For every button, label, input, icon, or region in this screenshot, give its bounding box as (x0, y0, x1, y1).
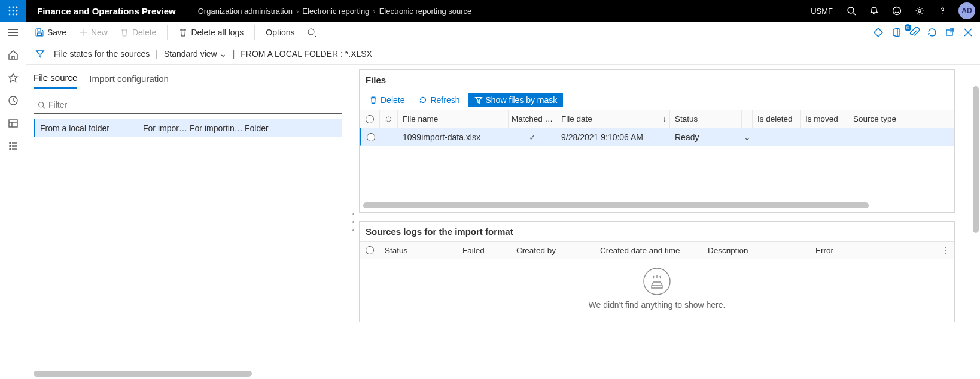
avatar[interactable]: AD (958, 2, 975, 19)
recent-icon[interactable] (7, 95, 19, 107)
delete-button[interactable]: Delete (115, 23, 161, 42)
sort-indicator-icon[interactable]: ↓ (659, 110, 670, 128)
company-selector[interactable]: USMF (804, 0, 840, 22)
splitter-handle[interactable] (349, 65, 357, 379)
files-toolbar: Delete Refresh Show files by mask (360, 90, 954, 110)
col-log-error[interactable]: Error (811, 242, 936, 259)
vertical-scrollbar[interactable] (972, 86, 980, 379)
delete-all-logs-button[interactable]: Delete all logs (174, 23, 248, 42)
fs-name: From a local folder (35, 123, 143, 133)
svg-line-10 (853, 13, 856, 15)
files-card: Files Delete Refresh Show files by ma (359, 69, 955, 213)
breadcrumb-item[interactable]: Electronic reporting (302, 7, 369, 16)
svg-point-5 (16, 10, 18, 12)
settings-icon[interactable] (908, 0, 931, 22)
close-icon[interactable] (962, 26, 974, 38)
separator: | (233, 49, 235, 59)
attachments-count: 0 (905, 24, 911, 31)
topbar-right: USMF AD (804, 0, 980, 22)
svg-line-39 (43, 106, 45, 108)
modules-icon[interactable] (7, 140, 19, 152)
more-columns-icon[interactable]: ⋮ (936, 242, 954, 259)
options-button[interactable]: Options (261, 23, 299, 42)
svg-point-32 (10, 142, 11, 144)
delete-all-logs-label: Delete all logs (191, 28, 244, 37)
right-panel: Files Delete Refresh Show files by ma (357, 65, 980, 379)
help-icon[interactable] (931, 0, 954, 22)
col-log-created-dt[interactable]: Created date and time (595, 242, 703, 259)
files-delete-button[interactable]: Delete (363, 93, 410, 107)
col-status[interactable]: Status (670, 110, 742, 128)
office-icon[interactable] (890, 26, 902, 38)
svg-point-36 (10, 148, 11, 150)
search-icon[interactable] (840, 0, 863, 22)
show-files-by-mask-button[interactable]: Show files by mask (468, 93, 564, 107)
select-all-checkbox[interactable] (366, 246, 374, 254)
fs-type: Folder (245, 123, 342, 133)
logs-title: Sources logs for the import format (360, 222, 954, 241)
notifications-icon[interactable] (863, 0, 885, 22)
files-row[interactable]: 1099import-data.xlsx ✓ 9/28/2021 9:10:06… (360, 128, 954, 146)
svg-point-9 (848, 7, 854, 13)
col-log-status[interactable]: Status (380, 242, 458, 259)
diamond-icon[interactable] (872, 26, 884, 38)
separator (167, 25, 168, 40)
home-icon[interactable] (7, 49, 19, 61)
filter-icon[interactable] (32, 49, 48, 59)
page-title: File states for the sources (54, 49, 150, 59)
cell-matched: ✓ (509, 128, 556, 145)
feedback-icon[interactable] (885, 0, 908, 22)
horizontal-scrollbar[interactable] (363, 202, 951, 208)
view-selector[interactable]: Standard view ⌄ (164, 49, 227, 59)
svg-point-11 (893, 7, 901, 15)
files-grid-header: File name Matched … File date ↓ Status I… (360, 110, 954, 128)
show-files-by-mask-label: Show files by mask (486, 95, 558, 105)
delete-label: Delete (132, 28, 156, 37)
app-title: Finance and Operations Preview (26, 0, 187, 22)
nav-toggle-button[interactable] (0, 22, 26, 43)
attachments-icon[interactable]: 0 (908, 26, 920, 38)
save-button[interactable]: Save (30, 23, 71, 42)
horizontal-scrollbar[interactable] (34, 371, 306, 377)
col-file-name[interactable]: File name (398, 110, 509, 128)
svg-point-3 (9, 10, 11, 12)
empty-state: We didn't find anything to show here. (360, 259, 954, 322)
refresh-column-icon[interactable] (380, 110, 398, 128)
workspaces-icon[interactable] (7, 117, 19, 129)
options-label: Options (266, 28, 294, 37)
svg-point-15 (942, 13, 942, 13)
col-is-deleted[interactable]: Is deleted (753, 110, 801, 128)
left-tabs: File source Import configuration (26, 68, 349, 89)
col-log-failed[interactable]: Failed (458, 242, 512, 259)
col-source-type[interactable]: Source type (848, 110, 954, 128)
svg-rect-20 (38, 33, 42, 36)
col-log-description[interactable]: Description (703, 242, 811, 259)
select-all-checkbox[interactable] (366, 115, 374, 123)
app-launcher-button[interactable] (0, 0, 26, 22)
favorites-icon[interactable] (7, 72, 19, 84)
new-button[interactable]: New (74, 23, 112, 42)
chevron-down-icon[interactable]: ⌄ (742, 128, 753, 145)
files-refresh-label: Refresh (430, 95, 459, 105)
actionbar-search-button[interactable] (302, 23, 321, 42)
col-log-created-by[interactable]: Created by (512, 242, 595, 259)
tab-import-configuration[interactable]: Import configuration (89, 74, 169, 89)
tab-file-source[interactable]: File source (34, 72, 77, 89)
filter-input[interactable] (48, 100, 338, 110)
file-source-row[interactable]: From a local folder For impor… For impor… (34, 119, 342, 137)
col-file-date[interactable]: File date (556, 110, 659, 128)
filter-input-wrap[interactable] (34, 96, 342, 114)
chevron-right-icon: › (373, 7, 375, 16)
popout-icon[interactable] (944, 26, 956, 38)
col-matched[interactable]: Matched … (509, 110, 556, 128)
row-checkbox[interactable] (367, 133, 375, 141)
breadcrumb-item[interactable]: Electronic reporting source (379, 7, 472, 16)
breadcrumb-item[interactable]: Organization administration (198, 7, 293, 16)
fs-col2: For impor… (143, 123, 190, 133)
empty-text: We didn't find anything to show here. (589, 300, 726, 310)
col-is-moved[interactable]: Is moved (801, 110, 848, 128)
svg-point-40 (644, 268, 670, 295)
files-refresh-button[interactable]: Refresh (413, 93, 465, 107)
refresh-icon[interactable] (926, 26, 938, 38)
svg-point-38 (39, 102, 44, 107)
